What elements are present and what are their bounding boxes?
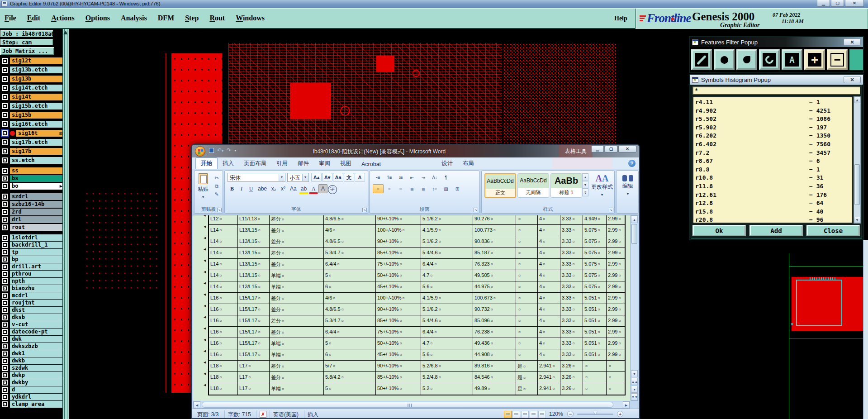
layer-row-ss.etch[interactable]: ss.etch — [0, 157, 62, 164]
filter-pad-button[interactable] — [714, 49, 735, 70]
table-cell[interactable]: L15/L17¤ — [238, 304, 270, 315]
table-cell[interactable]: ¤ — [516, 315, 538, 327]
line-spacing-icon[interactable]: ↕≡ — [429, 184, 440, 193]
layer-visibility-checkbox[interactable] — [2, 183, 8, 189]
layer-row-clamp_area[interactable]: clamp_area — [0, 401, 62, 408]
table-cell[interactable]: 90.836¤ — [473, 236, 516, 248]
align-center-icon[interactable]: ≡ — [384, 184, 395, 193]
zoom-slider[interactable] — [577, 414, 613, 415]
table-cell[interactable]: 5.051¤ — [583, 349, 607, 361]
layer-row-drill.art[interactable]: drill.art — [0, 263, 62, 270]
table-cell[interactable]: 5.1/6.2¤ — [421, 304, 473, 315]
table-cell[interactable]: 2.99¤ — [607, 327, 625, 338]
table-cell[interactable]: 100+/-10%¤ — [376, 293, 421, 304]
table-cell[interactable]: 85.187¤ — [473, 248, 516, 259]
layer-row-sig15b[interactable]: sig15b — [0, 112, 62, 119]
layer-visibility-checkbox[interactable] — [2, 67, 8, 73]
maximize-icon[interactable]: ▢ — [831, 0, 844, 7]
scroll-up-icon[interactable]: ▲ — [631, 216, 638, 223]
table-cell[interactable]: 2.99¤ — [607, 225, 625, 236]
superscript-button[interactable]: x² — [279, 184, 288, 193]
table-cell[interactable]: 2.99¤ — [607, 281, 625, 293]
table-cell[interactable]: 4/6¤ — [324, 293, 376, 304]
table-cell[interactable]: L15/L17¤ — [238, 349, 270, 361]
grow-font-icon[interactable]: A▴ — [311, 173, 322, 182]
tab-设计[interactable]: 设计 — [436, 158, 458, 169]
layer-row-2rd[interactable]: 2rd — [0, 209, 62, 215]
zoom-in-icon[interactable]: + — [617, 411, 623, 417]
menu-item-dfm[interactable]: DFM — [158, 14, 174, 22]
layer-row-szdrl[interactable]: szdrl — [0, 193, 62, 200]
table-cell[interactable]: 5.6¤ — [421, 281, 473, 293]
borders-icon[interactable]: ⊞ — [452, 184, 463, 193]
layer-visibility-checkbox[interactable] — [2, 336, 8, 342]
layer-row-1slotdrl[interactable]: 1slotdrl — [0, 234, 62, 241]
layer-visibility-checkbox[interactable] — [2, 314, 8, 320]
table-cell[interactable]: 4.8/6.5¤ — [324, 304, 376, 315]
histogram-row[interactable]: r20.8− 96 — [695, 216, 851, 224]
layer-visibility-checkbox[interactable] — [2, 148, 8, 154]
layer-visibility-checkbox[interactable] — [2, 271, 8, 277]
draft-view-icon[interactable] — [538, 411, 546, 418]
layer-visibility-checkbox[interactable] — [2, 329, 8, 335]
table-cell[interactable]: 2.99¤ — [607, 259, 625, 270]
table-cell[interactable]: 3.33¤ — [560, 270, 583, 281]
cut-icon[interactable]: ✂ — [212, 173, 222, 181]
table-cell[interactable]: 4.7¤ — [421, 338, 473, 349]
table-cell[interactable]: 2.941¤ — [538, 361, 560, 372]
table-cell[interactable]: 4¤ — [538, 315, 560, 327]
table-cell[interactable]: 75+/-10%¤ — [376, 259, 421, 270]
table-cell[interactable]: 3.33¤ — [560, 338, 583, 349]
layer-row-ydkdrl[interactable]: ydkdrl — [0, 394, 62, 400]
table-cell[interactable]: 90+/-10%¤ — [376, 361, 421, 372]
table-cell[interactable]: ¤ — [607, 361, 625, 372]
filter-arc-button[interactable] — [759, 49, 780, 70]
table-cell[interactable]: 5.075¤ — [583, 248, 607, 259]
filter-surface-button[interactable] — [736, 49, 757, 70]
filter-minus-button[interactable]: − — [827, 49, 848, 70]
table-cell[interactable]: ¤ — [516, 259, 538, 270]
decrease-indent-icon[interactable]: ⇤ — [407, 173, 417, 182]
layer-visibility-checkbox[interactable] — [2, 168, 8, 174]
table-cell[interactable]: 5.075¤ — [583, 236, 607, 248]
menu-item-windows[interactable]: Windows — [236, 14, 265, 22]
menu-item-file[interactable]: File — [5, 14, 16, 22]
bold-button[interactable]: B — [228, 184, 237, 193]
layer-row-dwk1[interactable]: dwk1 — [0, 350, 62, 357]
shading-icon[interactable]: ▨ — [441, 184, 451, 193]
table-cell[interactable]: 6¤ — [324, 281, 376, 293]
table-cell[interactable]: L18¤ — [209, 372, 238, 383]
histogram-row[interactable]: r5.902− 197 — [695, 124, 851, 133]
menu-item-step[interactable]: Step — [185, 14, 199, 22]
style-正文[interactable]: AaBbCcDd正文 — [484, 173, 516, 198]
table-cell[interactable]: 4¤ — [538, 349, 560, 361]
word-count[interactable]: 字数: 715 — [228, 411, 251, 419]
table-cell[interactable]: ¤ — [516, 338, 538, 349]
character-border-icon[interactable]: A — [355, 173, 365, 182]
zoom-level[interactable]: 120% — [549, 411, 563, 417]
table-cell[interactable]: 5¤ — [324, 338, 376, 349]
table-cell[interactable]: 89.816¤ — [473, 361, 516, 372]
align-left-icon[interactable]: ≡ — [373, 184, 384, 193]
job-matrix-button[interactable]: Job Matrix ... — [0, 47, 54, 55]
table-cell[interactable]: 2.941¤ — [538, 372, 560, 383]
layer-visibility-checkbox[interactable] — [2, 217, 8, 223]
histogram-row[interactable]: r7.2− 3457 — [695, 149, 851, 158]
close-button[interactable]: Close — [806, 225, 860, 236]
histogram-row[interactable]: r12.61− 176 — [695, 191, 851, 200]
filter-line-button[interactable] — [691, 49, 712, 70]
histogram-row[interactable]: r6.202− 1350 — [695, 132, 851, 141]
minimize-icon[interactable]: ▁ — [817, 0, 830, 7]
numbering-icon[interactable]: 1≡ — [384, 173, 395, 182]
font-size-combo[interactable]: 小五▾ — [287, 173, 309, 182]
table-cell[interactable]: 90+/-10%¤ — [376, 304, 421, 315]
web-layout-view-icon[interactable] — [521, 411, 529, 418]
table-cell[interactable]: 4.1/5.9¤ — [421, 225, 473, 236]
histogram-row[interactable]: r5.502− 1086 — [695, 115, 851, 124]
table-cell[interactable]: 单端¤ — [270, 270, 324, 281]
table-cell[interactable]: 50+/-10%¤ — [376, 270, 421, 281]
layer-visibility-checkbox[interactable] — [2, 242, 8, 248]
scroll-down-icon[interactable]: ▼ — [631, 370, 638, 377]
table-cell[interactable]: 85+/-10%¤ — [376, 372, 421, 383]
tab-Acrobat[interactable]: Acrobat — [356, 159, 386, 169]
